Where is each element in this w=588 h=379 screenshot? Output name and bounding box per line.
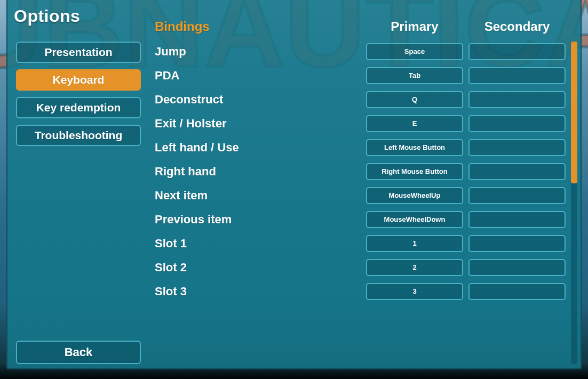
binding-secondary[interactable] [468,211,566,228]
binding-primary[interactable]: Q [366,91,463,108]
bindings-rows: Jump Space PDA Tab Deconstruct Q Exit / … [155,39,566,303]
binding-row: Slot 2 2 [155,255,566,279]
binding-secondary[interactable] [468,91,566,108]
binding-row: Jump Space [155,39,566,63]
binding-secondary[interactable] [468,67,566,84]
binding-label: Jump [155,45,361,59]
binding-label: Deconstruct [155,93,361,107]
scrollbar-track[interactable] [571,42,577,364]
binding-secondary[interactable] [468,139,566,156]
tab-troubleshooting[interactable]: Troubleshooting [16,125,141,146]
binding-row: Previous item MouseWheelDown [155,207,566,231]
binding-label: Previous item [155,213,361,227]
binding-row: Exit / Holster E [155,111,566,135]
page-title: Options [14,6,80,26]
tab-presentation[interactable]: Presentation [16,42,141,63]
binding-primary[interactable]: 2 [366,259,463,276]
binding-row: PDA Tab [155,63,566,87]
binding-secondary[interactable] [468,259,566,276]
binding-row: Slot 1 1 [155,231,566,255]
binding-primary[interactable]: MouseWheelUp [366,187,463,204]
column-heading-secondary: Secondary [468,19,566,34]
options-panel: Options Presentation Keyboard Key redemp… [6,0,582,369]
binding-primary[interactable]: E [366,115,463,132]
scrollbar-thumb[interactable] [571,42,577,183]
binding-primary[interactable]: 3 [366,283,463,300]
binding-row: Slot 3 3 [155,279,566,303]
binding-row: Right hand Right Mouse Button [155,159,566,183]
binding-primary[interactable]: Space [366,43,463,60]
binding-secondary[interactable] [468,163,566,180]
binding-row: Next item MouseWheelUp [155,183,566,207]
binding-label: PDA [155,69,361,83]
binding-label: Next item [155,189,361,203]
binding-primary[interactable]: Right Mouse Button [366,163,463,180]
tab-keyboard[interactable]: Keyboard [16,69,141,91]
binding-label: Right hand [155,165,361,179]
binding-secondary[interactable] [468,115,566,132]
binding-secondary[interactable] [468,283,566,300]
binding-primary[interactable]: MouseWheelDown [366,211,463,228]
binding-label: Slot 2 [155,261,361,275]
title-area: Options [7,0,149,32]
back-area: Back [7,336,149,368]
bindings-header-row: Bindings Primary Secondary [155,6,566,34]
binding-label: Slot 3 [155,285,361,299]
tab-key-redemption[interactable]: Key redemption [16,97,141,118]
binding-label: Left hand / Use [155,141,361,155]
bindings-heading: Bindings [155,19,361,34]
column-heading-primary: Primary [366,19,463,34]
binding-secondary[interactable] [468,187,566,204]
binding-row: Deconstruct Q [155,87,566,111]
back-button[interactable]: Back [16,341,141,364]
binding-label: Slot 1 [155,237,361,251]
binding-primary[interactable]: Left Mouse Button [366,139,463,156]
binding-secondary[interactable] [468,235,566,252]
bindings-content: Bindings Primary Secondary Jump Space PD… [149,0,581,368]
binding-primary[interactable]: 1 [366,235,463,252]
binding-row: Left hand / Use Left Mouse Button [155,135,566,159]
binding-primary[interactable]: Tab [366,67,463,84]
sidebar: Presentation Keyboard Key redemption Tro… [7,32,149,336]
binding-secondary[interactable] [468,43,566,60]
binding-label: Exit / Holster [155,117,361,131]
